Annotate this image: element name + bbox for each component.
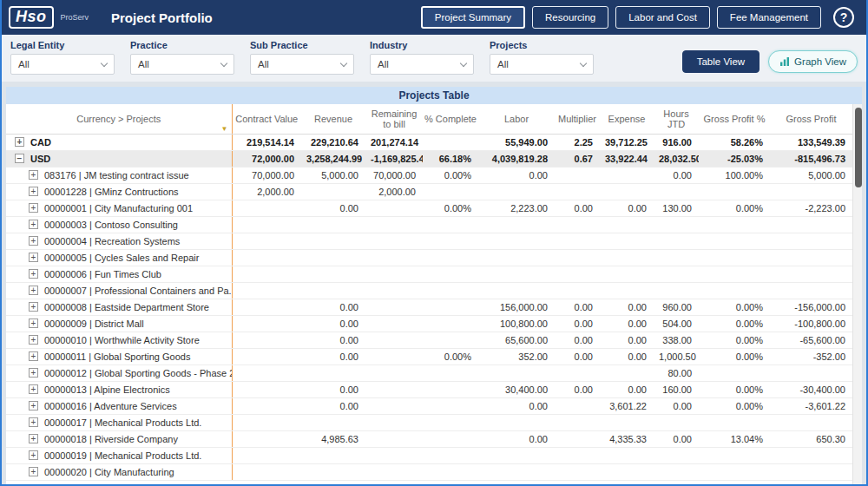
row-name-cell: +00000020 | City Manufacturing: [6, 463, 232, 480]
cell-revenue: 0.00: [301, 348, 365, 364]
row-name-cell: +00000006 | Fun Times Club: [6, 266, 232, 282]
column-header-hours-jtd[interactable]: Hours JTD: [654, 104, 699, 134]
table-view-button[interactable]: Table View: [682, 50, 760, 73]
page-title: Project Portfolio: [111, 10, 213, 25]
filter-legal-entity-select[interactable]: All: [10, 54, 115, 75]
cell-labor: 0.00: [478, 397, 555, 414]
currency-group-row[interactable]: +CAD219,514.14229,210.64201,274.1455,949…: [6, 134, 852, 150]
graph-view-button[interactable]: Graph View: [768, 50, 858, 73]
cell-complete: [423, 216, 478, 233]
filter-sub-practice-select[interactable]: All: [250, 54, 354, 75]
expand-icon[interactable]: +: [29, 417, 38, 427]
row-name-cell: +00000010 | Worthwhile Activity Store: [6, 332, 232, 348]
project-row[interactable]: +00000001 | City Manufacturing 0010.000.…: [6, 200, 852, 216]
expand-icon[interactable]: +: [29, 236, 38, 246]
filter-industry-select[interactable]: All: [370, 54, 474, 75]
expand-icon[interactable]: +: [29, 384, 38, 394]
row-name: 00000018 | Riverside Company: [44, 434, 178, 444]
expand-icon[interactable]: +: [29, 187, 38, 196]
filter-practice-select[interactable]: All: [130, 54, 234, 75]
expand-icon[interactable]: +: [29, 434, 38, 443]
cell-labor: [478, 216, 555, 233]
project-row[interactable]: +00000012 | Global Sporting Goods - Phas…: [6, 364, 852, 381]
nav-fee-management[interactable]: Fee Management: [717, 6, 821, 29]
cell-complete: [423, 282, 478, 299]
hso-logo: Hso: [9, 6, 54, 29]
cell-multiplier: [555, 364, 600, 381]
project-row[interactable]: +00000003 | Contoso Consulting: [6, 216, 852, 233]
chevron-down-icon: [220, 59, 227, 66]
cell-remaining-to-bill: [365, 414, 423, 430]
expand-icon[interactable]: +: [29, 203, 38, 213]
cell-contract-value: [232, 364, 301, 381]
project-row[interactable]: +00000019 | Mechanical Products Ltd.: [6, 447, 852, 463]
column-header-expense[interactable]: Expense: [600, 104, 654, 134]
cell-hours-jtd: 130.00: [654, 200, 699, 216]
scrollbar-thumb[interactable]: [855, 108, 862, 187]
nav-labor-and-cost[interactable]: Labor and Cost: [615, 6, 710, 29]
expand-icon[interactable]: +: [29, 286, 38, 295]
nav-project-summary[interactable]: Project Summary: [421, 6, 525, 29]
cell-multiplier: 0.67: [555, 150, 600, 167]
expand-icon[interactable]: +: [29, 368, 38, 378]
expand-icon[interactable]: +: [29, 170, 38, 180]
cell-gross-profit: [699, 249, 770, 266]
expand-icon[interactable]: +: [29, 351, 38, 361]
project-row[interactable]: +00000005 | Cycles Sales and Repair: [6, 249, 852, 266]
expand-icon[interactable]: +: [29, 335, 38, 345]
project-row[interactable]: +00001228 | GMinz Contructions2,000.002,…: [6, 183, 852, 200]
column-header-revenue[interactable]: Revenue: [301, 104, 365, 134]
cell-gross-profit: [770, 463, 852, 480]
project-row[interactable]: +00000010 | Worthwhile Activity Store0.0…: [6, 332, 852, 348]
cell-expense: [600, 183, 654, 200]
filter-label: Sub Practice: [250, 40, 354, 50]
column-header-gross-profit[interactable]: Gross Profit %: [699, 104, 770, 134]
collapse-icon[interactable]: −: [15, 154, 24, 163]
nav-resourcing[interactable]: Resourcing: [532, 6, 608, 29]
column-header-contract-value[interactable]: Contract Value: [232, 104, 301, 134]
project-row[interactable]: +00000011 | Global Sporting Goods0.000.0…: [6, 348, 852, 364]
row-name-cell: +083176 | JM testing contract issue: [6, 167, 232, 183]
column-filter-icon[interactable]: ▼: [221, 125, 228, 133]
cell-labor: [478, 249, 555, 266]
cell-gross-profit: [770, 447, 852, 463]
cell-gross-profit: [699, 183, 770, 200]
expand-icon[interactable]: +: [15, 137, 24, 147]
project-row[interactable]: +00000004 | Recreation Systems: [6, 233, 852, 249]
project-row[interactable]: +083176 | JM testing contract issue70,00…: [6, 167, 852, 183]
project-row[interactable]: +00000007 | Professional Containers and …: [6, 282, 852, 299]
project-row[interactable]: +00000008 | Eastside Department Store0.0…: [6, 299, 852, 315]
cell-contract-value: [232, 463, 301, 480]
column-header-multiplier[interactable]: Multiplier: [555, 104, 600, 134]
expand-icon[interactable]: +: [29, 319, 38, 328]
expand-icon[interactable]: +: [29, 450, 38, 460]
expand-icon[interactable]: +: [29, 302, 38, 312]
cell-multiplier: [555, 167, 600, 183]
project-row[interactable]: +00000009 | District Mall0.00100,800.000…: [6, 315, 852, 332]
column-header-complete[interactable]: % Complete: [423, 104, 478, 134]
filter-projects-select[interactable]: All: [490, 54, 594, 75]
cell-revenue: 0.00: [301, 299, 365, 315]
expand-icon[interactable]: +: [29, 220, 38, 229]
cell-remaining-to-bill: [365, 233, 423, 249]
expand-icon[interactable]: +: [29, 401, 38, 410]
project-row[interactable]: +00000006 | Fun Times Club: [6, 266, 852, 282]
table-title: Projects Table: [6, 87, 862, 104]
cell-revenue: 4,985.63: [301, 430, 365, 447]
column-header-currency-projects[interactable]: Currency > Projects▼: [6, 104, 232, 134]
expand-icon[interactable]: +: [29, 253, 38, 262]
column-header-remaining-to-bill[interactable]: Remaining to bill: [365, 104, 423, 134]
column-header-gross-profit[interactable]: Gross Profit: [770, 104, 852, 134]
project-row[interactable]: +00000013 | Alpine Electronics0.0030,400…: [6, 381, 852, 397]
project-row[interactable]: +00000016 | Adventure Services0.000.003,…: [6, 397, 852, 414]
project-row[interactable]: +00000017 | Mechanical Products Ltd.: [6, 414, 852, 430]
currency-group-row[interactable]: −USD72,000.003,258,244.99-1,169,825.4666…: [6, 150, 852, 167]
vertical-scrollbar[interactable]: [852, 104, 862, 484]
project-row[interactable]: +00000018 | Riverside Company4,985.630.0…: [6, 430, 852, 447]
expand-icon[interactable]: +: [29, 269, 38, 279]
help-button[interactable]: ?: [833, 7, 854, 28]
cell-complete: [423, 397, 478, 414]
project-row[interactable]: +00000020 | City Manufacturing: [6, 463, 852, 480]
column-header-labor[interactable]: Labor: [478, 104, 555, 134]
expand-icon[interactable]: +: [29, 467, 38, 476]
